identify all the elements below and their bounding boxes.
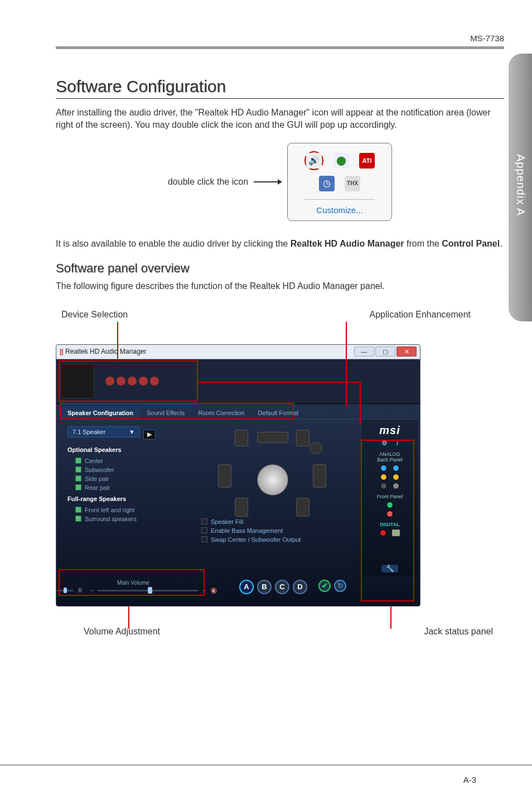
ati-tray-icon[interactable]: ATI <box>359 153 375 169</box>
window-title-bar: || Realtek HD Audio Manager — ▢ ✕ <box>56 345 420 359</box>
spk-sub[interactable] <box>310 442 322 454</box>
chk-swap-center[interactable]: Swap Center / Subwoofer Output <box>201 535 301 544</box>
header-divider <box>56 46 504 49</box>
side-tab: Appendix A <box>509 54 532 321</box>
enable-paragraph: It is also available to enable the audio… <box>56 238 504 250</box>
chk-speaker-fill[interactable]: Speaker Fill <box>201 517 301 526</box>
checkbox-icon <box>201 527 207 533</box>
spk-center[interactable] <box>257 432 288 443</box>
full-front-label: Front left and right <box>85 507 134 513</box>
tab-speaker-configuration[interactable]: Speaker Configuration <box>61 407 140 419</box>
enable-pre: It is also available to enable the audio… <box>56 239 291 248</box>
opt-subwoofer[interactable]: Subwoofer <box>67 465 190 474</box>
page-h1: Software Configuration <box>56 77 504 99</box>
opt-rear-pair[interactable]: Rear pair <box>67 483 190 492</box>
side-tab-label: Appendix A <box>514 154 527 216</box>
footer-divider <box>0 764 532 766</box>
spk-rear-right[interactable] <box>296 498 309 517</box>
double-click-label: double click the icon <box>168 177 248 187</box>
active-device-icon[interactable] <box>61 364 94 398</box>
balance-r: R <box>78 588 82 594</box>
jack-black[interactable] <box>380 483 387 489</box>
opt-center[interactable]: Center <box>67 456 190 465</box>
tab-row: Speaker Configuration Sound Effects Room… <box>61 404 415 420</box>
audio-manager-panel: || Realtek HD Audio Manager — ▢ ✕ <box>56 344 420 607</box>
window-maximize-button[interactable]: ▢ <box>375 346 395 357</box>
opt-center-label: Center <box>85 458 103 464</box>
volume-area: Main Volume L R − + 🔇 <box>61 575 206 599</box>
tray-icon-4[interactable]: ◷ <box>319 176 335 191</box>
arrow-line <box>254 181 282 182</box>
chk-swap-label: Swap Center / Subwoofer Output <box>211 536 301 543</box>
back-panel-label: Back Panel <box>366 457 413 463</box>
jack-pink[interactable] <box>386 511 393 517</box>
checkbox-icon <box>201 518 207 524</box>
jack-spdif[interactable] <box>380 530 386 536</box>
tray-icon-2[interactable]: ⬤ <box>333 153 349 169</box>
listener-icon <box>257 464 288 495</box>
rear-connectors <box>105 377 159 386</box>
app-callout-extend <box>346 322 347 406</box>
chk-bass-label: Enable Bass Management <box>211 527 283 534</box>
spk-front-left[interactable] <box>235 430 248 446</box>
callout-jack-status: Jack status panel <box>424 627 493 637</box>
analog-label: ANALOG <box>366 451 413 457</box>
digital-label: DIGITAL <box>366 522 413 527</box>
device-callout-extend <box>117 322 118 359</box>
enable-bold2: Control Panel <box>442 239 500 248</box>
full-surround-label: Surround speakers <box>85 516 137 522</box>
audio-tray-icon[interactable]: 🔊 <box>304 151 323 170</box>
apply-icon[interactable]: ✔ <box>318 580 331 592</box>
thx-tray-icon[interactable]: THX <box>345 176 360 191</box>
opt-side-pair[interactable]: Side pair <box>67 474 190 483</box>
full-surround[interactable]: Surround speakers <box>67 514 190 523</box>
jack-blue[interactable] <box>380 465 387 471</box>
play-test-button[interactable]: ▶ <box>143 430 156 440</box>
spk-side-left[interactable] <box>218 464 231 488</box>
fullrange-speakers-header: Full-range Speakers <box>67 495 190 502</box>
spk-front-right[interactable] <box>296 430 309 446</box>
check-icon <box>75 466 81 473</box>
jack-optical[interactable] <box>392 530 400 536</box>
opt-rear-label: Rear pair <box>85 484 110 491</box>
front-panel-label: Front Panel <box>366 494 413 499</box>
overview-paragraph: The following figure describes the funct… <box>56 280 504 292</box>
main-volume-label: Main Volume <box>117 580 149 586</box>
spk-rear-left[interactable] <box>235 498 248 517</box>
callout-device-selection: Device Selection <box>61 310 128 320</box>
badge-d[interactable]: D <box>293 580 307 594</box>
mute-icon[interactable]: 🔇 <box>210 588 217 594</box>
check-icon <box>75 507 81 513</box>
full-front[interactable]: Front left and right <box>67 506 190 514</box>
chk-bass-mgmt[interactable]: Enable Bass Management <box>201 526 301 535</box>
check-icon <box>75 516 81 522</box>
gear-icon[interactable]: ⚙ <box>381 439 388 447</box>
callout-application-enhancement: Application Enhancement <box>370 310 471 320</box>
window-minimize-button[interactable]: — <box>354 346 374 357</box>
info-icon[interactable]: i <box>396 439 398 447</box>
speaker-mode-select[interactable]: 7.1 Speaker▼ <box>67 426 140 437</box>
spk-side-right[interactable] <box>313 464 326 488</box>
jack-orange2[interactable] <box>393 474 399 480</box>
page-h2: Software panel overview <box>56 261 504 276</box>
jack-status-panel: msi ⚙ i ANALOG Back Panel Front Panel DI… <box>362 420 418 576</box>
check-icon <box>75 475 81 482</box>
jack-blue2[interactable] <box>393 465 399 471</box>
window-close-button[interactable]: ✕ <box>396 346 417 357</box>
tab-room-correction[interactable]: Room Correction <box>191 407 251 419</box>
tab-default-format[interactable]: Default Format <box>251 407 305 419</box>
badge-c[interactable]: C <box>275 580 289 594</box>
refresh-icon[interactable]: ↻ <box>334 580 346 592</box>
tab-sound-effects[interactable]: Sound Effects <box>140 407 191 419</box>
badge-b[interactable]: B <box>257 580 272 594</box>
customize-link[interactable]: Customize... <box>316 203 362 216</box>
jack-orange[interactable] <box>380 474 387 480</box>
checkbox-icon <box>201 536 207 542</box>
jack-green[interactable] <box>386 502 393 508</box>
popup-divider <box>304 199 375 200</box>
check-icon <box>75 484 81 490</box>
badge-a[interactable]: A <box>239 580 254 594</box>
intro-paragraph: After installing the audio driver, the "… <box>56 107 504 132</box>
jack-grey[interactable] <box>393 483 399 489</box>
volume-slider[interactable] <box>98 590 198 591</box>
